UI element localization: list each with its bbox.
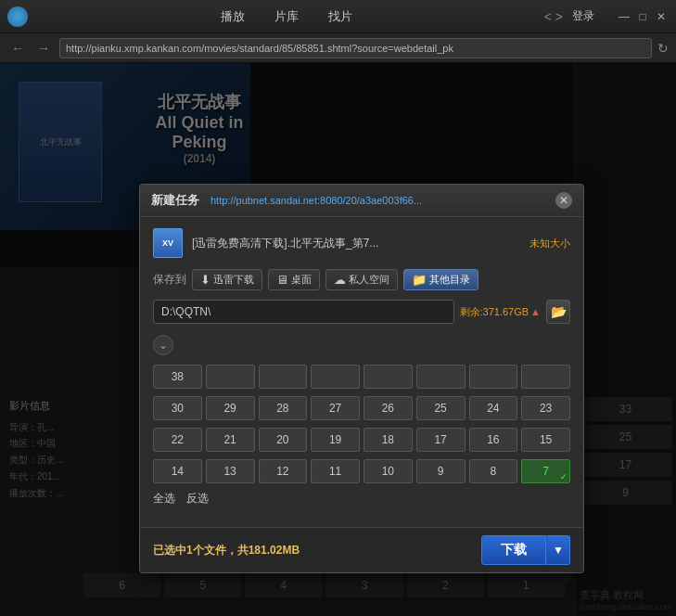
saveto-other-label: 其他目录 <box>429 273 470 287</box>
ep-cell-12[interactable]: 12 <box>259 459 308 483</box>
ep-cell-28[interactable]: 28 <box>259 396 308 420</box>
download-button[interactable]: 下载 <box>481 535 546 565</box>
select-all-row: 全选 反选 <box>153 491 570 507</box>
ep-cell-19[interactable]: 19 <box>311 428 360 452</box>
nav-find[interactable]: 找片 <box>323 6 358 27</box>
file-name: [迅雷免费高清下载].北平无战事_第7... <box>192 236 520 251</box>
footer-info-size: 181.02 <box>249 544 283 557</box>
ep-cell-11[interactable]: 11 <box>311 459 360 483</box>
file-row: XV [迅雷免费高清下载].北平无战事_第7... 未知大小 <box>153 228 570 258</box>
ep-cell-empty5 <box>416 365 466 389</box>
back-button[interactable]: ← <box>7 39 28 58</box>
ep-cell-15[interactable]: 15 <box>521 428 570 452</box>
nav-arrows: < > <box>544 9 563 24</box>
ep-cell-empty6 <box>469 365 518 389</box>
episode-grid-row3: 22 21 20 19 18 17 16 15 <box>153 428 570 452</box>
dialog-body: XV [迅雷免费高清下载].北平无战事_第7... 未知大小 保存到 ⬇ 迅雷下… <box>140 217 583 527</box>
title-bar: 播放 片库 找片 < > 登录 — □ ✕ <box>0 0 676 33</box>
forward-button[interactable]: → <box>33 39 54 58</box>
file-size: 未知大小 <box>529 237 570 250</box>
ep-cell-empty1 <box>206 365 255 389</box>
path-row: 剩余:371.67GB ▲ 📂 <box>153 300 570 324</box>
browse-folder-button[interactable]: 📂 <box>546 300 570 324</box>
ep-cell-empty3 <box>311 365 360 389</box>
address-bar: ← → ↻ <box>0 33 676 63</box>
desktop-icon: 🖥 <box>276 273 288 287</box>
path-space: 剩余:371.67GB ▲ <box>460 305 541 319</box>
download-arrow-button[interactable]: ▼ <box>546 535 570 565</box>
ep-cell-30[interactable]: 30 <box>153 396 202 420</box>
saveto-xunlei-label: 迅雷下载 <box>213 273 254 287</box>
minimize-button[interactable]: — <box>617 9 631 24</box>
ep-cell-29[interactable]: 29 <box>206 396 255 420</box>
ep-cell-16[interactable]: 16 <box>469 428 518 452</box>
saveto-other-button[interactable]: 📁 其他目录 <box>403 269 478 290</box>
ep-cell-27[interactable]: 27 <box>311 396 360 420</box>
close-button[interactable]: ✕ <box>654 9 669 24</box>
ep-cell-20[interactable]: 20 <box>259 428 308 452</box>
ep-cell-10[interactable]: 10 <box>364 459 413 483</box>
nav-play[interactable]: 播放 <box>215 6 250 27</box>
ep-cell-38[interactable]: 38 <box>153 365 202 389</box>
episode-grid-row4: 14 13 12 11 10 9 8 7 <box>153 459 570 483</box>
saveto-xunlei-button[interactable]: ⬇ 迅雷下载 <box>192 269 262 290</box>
nav-library[interactable]: 片库 <box>269 6 304 27</box>
saveto-private-button[interactable]: ☁ 私人空间 <box>325 269 398 290</box>
prev-arrow[interactable]: < <box>544 9 552 24</box>
ep-cell-empty7 <box>521 365 570 389</box>
new-task-dialog: 新建任务 http://pubnet.sandai.net:8080/20/a3… <box>139 184 584 573</box>
ep-cell-empty4 <box>364 365 413 389</box>
next-arrow[interactable]: > <box>555 9 563 24</box>
folder-icon: 📁 <box>412 273 427 287</box>
xunlei-icon: ⬇ <box>200 273 210 287</box>
ep-cell-14[interactable]: 14 <box>153 459 202 483</box>
window-controls: — □ ✕ <box>617 9 669 24</box>
dialog-title: 新建任务 <box>151 192 199 209</box>
address-input[interactable] <box>59 38 652 58</box>
footer-info-prefix: 已选中1个文件，共 <box>153 544 249 557</box>
ep-cell-13[interactable]: 13 <box>206 459 255 483</box>
login-label[interactable]: 登录 <box>572 8 594 24</box>
cloud-icon: ☁ <box>334 273 346 287</box>
ep-cell-24[interactable]: 24 <box>469 396 518 420</box>
dialog-footer: 已选中1个文件，共181.02MB 下载 ▼ <box>140 527 583 572</box>
ep-cell-8[interactable]: 8 <box>469 459 518 483</box>
dialog-url: http://pubnet.sandai.net:8080/20/a3ae003… <box>210 195 548 206</box>
title-nav: 播放 片库 找片 <box>39 6 535 27</box>
ep-cell-25[interactable]: 25 <box>416 396 466 420</box>
episode-grid-row2: 30 29 28 27 26 25 24 23 <box>153 396 570 420</box>
folder-open-icon: 📂 <box>551 304 567 319</box>
ep-cell-22[interactable]: 22 <box>153 428 202 452</box>
ep-cell-empty2 <box>259 365 308 389</box>
ep-cell-23[interactable]: 23 <box>521 396 570 420</box>
select-invert-button[interactable]: 反选 <box>186 491 209 507</box>
space-icon: ▲ <box>530 306 541 317</box>
download-group: 下载 ▼ <box>481 535 570 565</box>
episode-grid-row1: 38 <box>153 365 570 389</box>
dialog-close-button[interactable]: ✕ <box>555 192 572 209</box>
expand-button[interactable]: ⌄ <box>153 335 173 355</box>
maximize-button[interactable]: □ <box>635 9 650 24</box>
saveto-row: 保存到 ⬇ 迅雷下载 🖥 桌面 ☁ 私人空间 📁 其他目录 <box>153 269 570 290</box>
ep-cell-18[interactable]: 18 <box>364 428 413 452</box>
path-input[interactable] <box>153 300 454 324</box>
footer-info: 已选中1个文件，共181.02MB <box>153 543 472 558</box>
file-icon: XV <box>153 228 183 258</box>
refresh-button[interactable]: ↻ <box>657 41 669 56</box>
ep-cell-9[interactable]: 9 <box>416 459 466 483</box>
app-logo <box>7 6 28 27</box>
ep-cell-26[interactable]: 26 <box>364 396 413 420</box>
ep-cell-7[interactable]: 7 <box>521 459 570 483</box>
select-all-button[interactable]: 全选 <box>153 491 175 507</box>
ep-cell-17[interactable]: 17 <box>416 428 466 452</box>
saveto-desktop-button[interactable]: 🖥 桌面 <box>268 269 320 290</box>
main-content: 北平无战事 北平无战事 All Quiet in Peking (2014) 影… <box>0 63 676 616</box>
ep-cell-21[interactable]: 21 <box>206 428 255 452</box>
footer-info-unit: MB <box>282 544 300 557</box>
episode-select-section: 38 30 29 28 27 26 25 24 2 <box>153 365 570 507</box>
saveto-desktop-label: 桌面 <box>291 273 312 287</box>
saveto-private-label: 私人空间 <box>349 273 389 287</box>
dialog-titlebar: 新建任务 http://pubnet.sandai.net:8080/20/a3… <box>140 185 583 217</box>
saveto-label: 保存到 <box>153 272 186 288</box>
expand-row: ⌄ <box>153 335 570 355</box>
